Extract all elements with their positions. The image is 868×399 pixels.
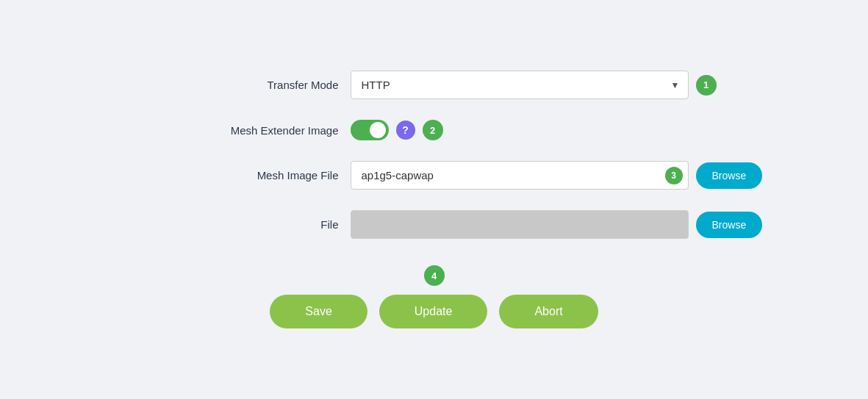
step-badge-1: 1 [696,75,717,96]
step-badge-3: 3 [665,167,683,184]
abort-button[interactable]: Abort [499,295,598,328]
mesh-extender-image-row: Mesh Extender Image ? 2 [184,120,684,140]
update-button[interactable]: Update [379,295,488,328]
transfer-mode-select[interactable]: HTTP TFTP FTP [351,71,689,99]
action-badge-row: 4 [424,265,445,286]
action-buttons-row: Save Update Abort [270,295,598,328]
transfer-mode-select-wrapper: HTTP TFTP FTP ▼ [351,71,689,99]
step-badge-2: 2 [423,120,443,140]
mesh-image-file-input[interactable] [351,161,689,190]
file-label: File [184,218,339,231]
transfer-mode-label: Transfer Mode [184,79,339,91]
main-container: Transfer Mode HTTP TFTP FTP ▼ 1 Mesh Ext… [0,0,868,399]
form-area: Transfer Mode HTTP TFTP FTP ▼ 1 Mesh Ext… [184,71,684,328]
mesh-extender-toggle[interactable] [351,120,389,140]
file-browse-button[interactable]: Browse [696,212,763,238]
mesh-image-file-controls: 3 Browse [351,161,763,190]
file-row: File Browse [184,210,684,239]
mesh-image-file-row: Mesh Image File 3 Browse [184,161,684,190]
mesh-image-file-input-wrapper: 3 [351,161,689,190]
save-button[interactable]: Save [270,295,367,328]
file-controls: Browse [351,210,763,239]
step-badge-4: 4 [424,265,445,286]
mesh-image-file-browse-button[interactable]: Browse [696,162,763,189]
mesh-extender-image-label: Mesh Extender Image [184,124,339,137]
file-input[interactable] [351,210,689,239]
transfer-mode-controls: HTTP TFTP FTP ▼ 1 [351,71,717,99]
toggle-slider [351,120,389,140]
transfer-mode-row: Transfer Mode HTTP TFTP FTP ▼ 1 [184,71,684,99]
mesh-extender-controls: ? 2 [351,120,684,140]
action-area: 4 Save Update Abort [184,265,684,328]
mesh-image-file-label: Mesh Image File [184,169,339,181]
file-input-wrapper [351,210,689,239]
help-icon[interactable]: ? [396,121,415,140]
